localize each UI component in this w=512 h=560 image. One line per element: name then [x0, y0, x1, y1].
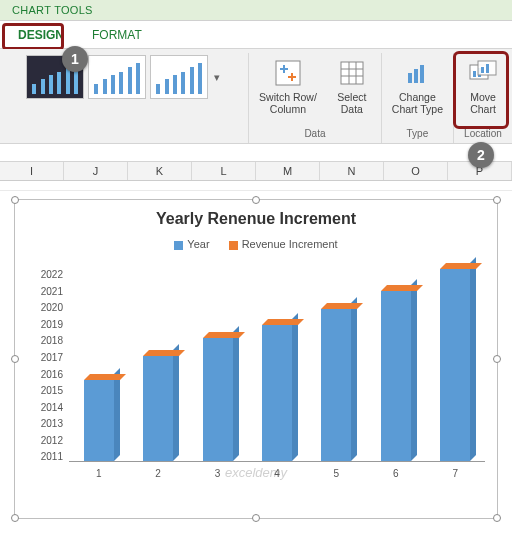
tab-design[interactable]: DESIGN — [4, 22, 78, 48]
resize-handle[interactable] — [493, 196, 501, 204]
resize-handle[interactable] — [252, 514, 260, 522]
y-tick: 2015 — [27, 385, 67, 402]
svg-rect-0 — [276, 61, 300, 85]
y-tick: 2012 — [27, 435, 67, 452]
select-data-button[interactable]: Select Data — [327, 55, 377, 117]
y-tick: 2013 — [27, 418, 67, 435]
bar[interactable] — [84, 380, 114, 461]
chart-style-3[interactable] — [150, 55, 208, 99]
change-chart-type-button[interactable]: Change Chart Type — [386, 55, 449, 117]
svg-rect-14 — [486, 64, 489, 73]
bar[interactable] — [381, 291, 411, 461]
bar[interactable] — [143, 356, 173, 461]
svg-rect-13 — [481, 67, 484, 73]
location-group: Move Chart Location — [454, 53, 512, 143]
y-tick: 2016 — [27, 369, 67, 386]
column-headers: I J K L M N O P — [0, 162, 512, 181]
chart-tools-header: CHART TOOLS — [0, 0, 512, 21]
y-tick: 2022 — [27, 269, 67, 286]
chart-styles-label — [123, 126, 126, 141]
type-group: Change Chart Type Type — [382, 53, 454, 143]
resize-handle[interactable] — [493, 514, 501, 522]
y-tick: 2011 — [27, 451, 67, 468]
x-tick: 5 — [321, 468, 351, 479]
x-tick: 2 — [143, 468, 173, 479]
x-tick: 7 — [440, 468, 470, 479]
svg-rect-10 — [473, 71, 476, 77]
legend-swatch-revenue — [229, 241, 238, 250]
svg-rect-6 — [408, 73, 412, 83]
col-header[interactable]: J — [64, 162, 128, 180]
tab-format[interactable]: FORMAT — [78, 22, 156, 48]
col-header[interactable]: I — [0, 162, 64, 180]
select-data-icon — [336, 57, 368, 89]
change-chart-type-icon — [401, 57, 433, 89]
resize-handle[interactable] — [252, 196, 260, 204]
svg-rect-8 — [420, 65, 424, 83]
y-tick: 2014 — [27, 402, 67, 419]
x-tick: 6 — [381, 468, 411, 479]
x-tick: 3 — [203, 468, 233, 479]
location-group-label: Location — [464, 126, 502, 141]
switch-row-icon — [272, 57, 304, 89]
y-tick: 2017 — [27, 352, 67, 369]
formula-bar[interactable] — [0, 144, 512, 162]
chart-style-2[interactable] — [88, 55, 146, 99]
bar[interactable] — [203, 338, 233, 461]
y-tick: 2019 — [27, 319, 67, 336]
y-tick: 2021 — [27, 286, 67, 303]
resize-handle[interactable] — [493, 355, 501, 363]
ribbon-tabs: DESIGN FORMAT — [0, 21, 512, 49]
legend-swatch-year — [174, 241, 183, 250]
bar[interactable] — [262, 325, 292, 461]
x-axis-labels: 1234567 — [69, 468, 485, 479]
y-tick: 2018 — [27, 335, 67, 352]
chart-title[interactable]: Yearly Renenue Increment — [27, 210, 485, 228]
x-tick: 1 — [84, 468, 114, 479]
col-header[interactable]: K — [128, 162, 192, 180]
styles-more-icon[interactable]: ▾ — [212, 71, 222, 84]
chart-plot-area[interactable]: 2011201220132014201520162017201820192020… — [69, 262, 485, 462]
bar[interactable] — [440, 269, 470, 461]
move-chart-icon — [467, 57, 499, 89]
col-header[interactable]: O — [384, 162, 448, 180]
switch-row-column-button[interactable]: Switch Row/ Column — [253, 55, 323, 117]
chart-styles-group: ▾ — [0, 53, 249, 143]
chart-legend[interactable]: Year Revenue Increment — [27, 238, 485, 250]
grid-row — [0, 181, 512, 191]
data-group-label: Data — [304, 126, 325, 141]
type-group-label: Type — [407, 126, 429, 141]
col-header[interactable]: M — [256, 162, 320, 180]
y-tick: 2020 — [27, 302, 67, 319]
data-group: Switch Row/ Column Select Data Data — [249, 53, 382, 143]
embedded-chart[interactable]: Yearly Renenue Increment Year Revenue In… — [14, 199, 498, 519]
bar[interactable] — [321, 309, 351, 461]
x-tick: 4 — [262, 468, 292, 479]
annotation-badge-2: 2 — [468, 142, 494, 168]
resize-handle[interactable] — [11, 355, 19, 363]
resize-handle[interactable] — [11, 196, 19, 204]
col-header[interactable]: L — [192, 162, 256, 180]
y-axis: 2011201220132014201520162017201820192020… — [27, 262, 67, 461]
svg-rect-7 — [414, 69, 418, 83]
col-header[interactable]: N — [320, 162, 384, 180]
move-chart-button[interactable]: Move Chart — [458, 55, 508, 117]
resize-handle[interactable] — [11, 514, 19, 522]
svg-rect-1 — [341, 62, 363, 84]
annotation-badge-1: 1 — [62, 46, 88, 72]
